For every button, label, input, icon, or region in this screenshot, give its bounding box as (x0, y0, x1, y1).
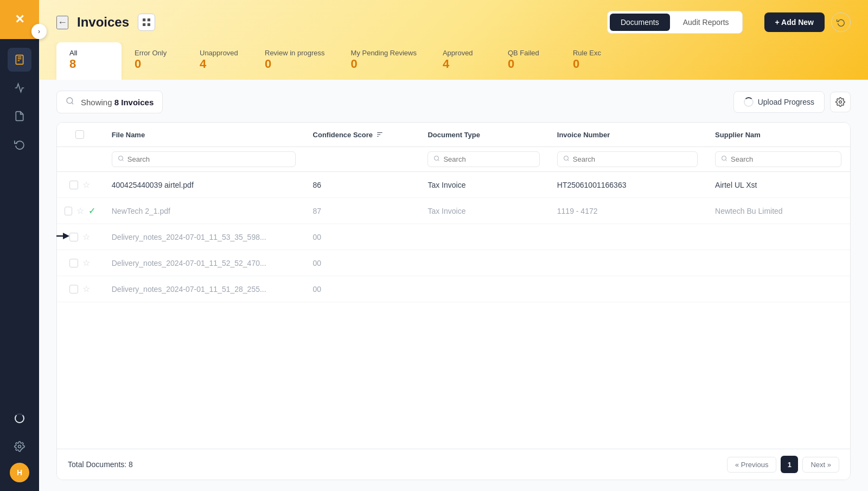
select-search-cell (57, 147, 103, 172)
confidence-score-search-cell (304, 147, 419, 172)
tab-audit-reports[interactable]: Audit Reports (672, 14, 740, 31)
row-2-star-icon[interactable]: ☆ (76, 206, 84, 216)
table-footer: Total Documents: 8 « Previous 1 Next » (57, 449, 850, 480)
row-3-star-icon[interactable]: ☆ (82, 232, 90, 242)
main-content: ← Invoices Documents Audit Reports + Add… (39, 0, 868, 491)
sidebar-item-settings[interactable] (8, 435, 31, 458)
row-1-star-icon[interactable]: ☆ (82, 180, 90, 190)
row-5-star-icon[interactable]: ☆ (82, 284, 90, 294)
pagination: « Previous 1 Next » (727, 456, 839, 473)
next-page-button[interactable]: Next » (802, 457, 839, 473)
row-3-select: ☆ (57, 224, 103, 250)
supplier-name-search-input[interactable] (731, 155, 835, 163)
filter-tab-qb-failed[interactable]: QB Failed 0 (495, 42, 560, 80)
row-1-checkbox[interactable] (69, 181, 78, 189)
row-2-select: ☆ ✓ (57, 198, 103, 224)
svg-rect-0 (16, 55, 23, 65)
filter-tab-rule-exc[interactable]: Rule Exc 0 (560, 42, 625, 80)
file-name-search-icon (118, 155, 124, 163)
filter-tab-unapproved[interactable]: Unapproved 4 (187, 42, 252, 80)
invoice-number-header: Invoice Number (548, 123, 706, 147)
svg-point-4 (18, 445, 21, 448)
row-4-supplier-name (706, 250, 850, 276)
grid-view-button[interactable] (138, 14, 155, 31)
table-row[interactable]: ☆ ✓ NewTech 2_1.pdf 87 Tax Invoice 1119 … (57, 198, 850, 224)
table-row[interactable]: ☆ Delivery_notes_2024-07-01_11_52_52_470… (57, 250, 850, 276)
toolbar-right: Upload Progress (733, 91, 851, 113)
select-all-checkbox[interactable] (75, 130, 84, 139)
table-settings-button[interactable] (830, 92, 851, 112)
table-row[interactable]: ☆ Delivery_notes_2024-07-01_11_53_35_598… (57, 224, 850, 250)
svg-line-18 (122, 160, 123, 161)
invoice-number-search-icon (563, 155, 570, 163)
row-3-checkbox[interactable] (69, 233, 78, 241)
add-new-button[interactable]: + Add New (764, 12, 825, 32)
row-4-star-icon[interactable]: ☆ (82, 258, 90, 268)
svg-line-10 (72, 103, 73, 104)
supplier-name-header: Supplier Nam (706, 123, 850, 147)
row-3-supplier-name (706, 224, 850, 250)
svg-line-24 (725, 160, 726, 161)
top-banner: ← Invoices Documents Audit Reports + Add… (39, 0, 868, 80)
svg-point-17 (118, 156, 123, 161)
table-row[interactable]: ☆ 400425440039 airtel.pdf 86 Tax Invoice… (57, 172, 850, 198)
supplier-name-search-icon (721, 155, 727, 163)
refresh-button[interactable] (831, 12, 851, 32)
select-all-header (57, 123, 103, 147)
row-3-file-name: Delivery_notes_2024-07-01_11_53_35_598..… (103, 224, 304, 250)
sidebar-item-chart[interactable] (8, 76, 31, 100)
svg-point-21 (564, 156, 568, 161)
toolbar: Showing 8 Invoices Upload Progress (56, 91, 851, 113)
filter-tab-approved[interactable]: Approved 4 (430, 42, 495, 80)
row-1-select: ☆ (57, 172, 103, 198)
sidebar-item-history[interactable] (8, 132, 31, 156)
row-5-supplier-name (706, 276, 850, 302)
file-name-search-cell (103, 147, 304, 172)
content-area: Showing 8 Invoices Upload Progress (39, 80, 868, 491)
row-4-document-type (419, 250, 548, 276)
toolbar-left: Showing 8 Invoices (56, 91, 163, 113)
svg-line-20 (438, 160, 439, 161)
back-button[interactable]: ← (56, 16, 68, 29)
page-title: Invoices (77, 15, 129, 30)
file-name-search-input[interactable] (127, 155, 290, 163)
upload-progress-button[interactable]: Upload Progress (733, 91, 825, 113)
row-2-checkbox[interactable] (65, 207, 72, 215)
row-5-checkbox[interactable] (69, 285, 78, 294)
sidebar-item-document[interactable] (8, 48, 31, 72)
row-4-checkbox[interactable] (69, 259, 78, 267)
row-5-select: ☆ (57, 276, 103, 302)
svg-point-23 (722, 156, 726, 161)
svg-point-11 (839, 101, 842, 104)
sidebar-toggle[interactable]: › (31, 24, 47, 39)
row-4-select: ☆ (57, 250, 103, 276)
row-5-document-type (419, 276, 548, 302)
user-avatar[interactable]: H (10, 463, 29, 482)
prev-page-button[interactable]: « Previous (727, 457, 776, 473)
showing-count: 8 Invoices (114, 98, 154, 107)
filter-tab-error-only[interactable]: Error Only 0 (122, 42, 187, 80)
filter-tab-review-in-progress[interactable]: Review in progress 0 (252, 42, 338, 80)
upload-progress-label: Upload Progress (758, 98, 814, 106)
table-row[interactable]: ☆ Delivery_notes_2024-07-01_11_51_28_255… (57, 276, 850, 302)
row-1-document-type: Tax Invoice (419, 172, 548, 198)
svg-point-19 (435, 156, 439, 161)
row-4-confidence-score: 00 (304, 250, 419, 276)
row-2-invoice-number: 1119 - 4172 (548, 198, 706, 224)
invoice-number-search-input[interactable] (573, 155, 692, 163)
confidence-score-header[interactable]: Confidence Score (304, 123, 419, 147)
row-2-supplier-name: Newtech Bu Limited (706, 198, 850, 224)
document-type-search-icon (433, 155, 440, 163)
row-3-confidence-score: 00 (304, 224, 419, 250)
toolbar-search-icon (66, 97, 74, 107)
filter-tab-all[interactable]: All 8 (56, 42, 122, 80)
row-1-file-name: 400425440039 airtel.pdf (103, 172, 304, 198)
tab-documents[interactable]: Documents (610, 14, 670, 31)
sidebar: ✕ H (0, 0, 39, 491)
row-2-confidence-score: 87 (304, 198, 419, 224)
filter-tab-my-pending-reviews[interactable]: My Pending Reviews 0 (338, 42, 430, 80)
document-type-search-input[interactable] (443, 155, 533, 163)
sidebar-item-pdf[interactable] (8, 104, 31, 128)
current-page: 1 (781, 456, 798, 473)
svg-point-9 (67, 98, 73, 104)
